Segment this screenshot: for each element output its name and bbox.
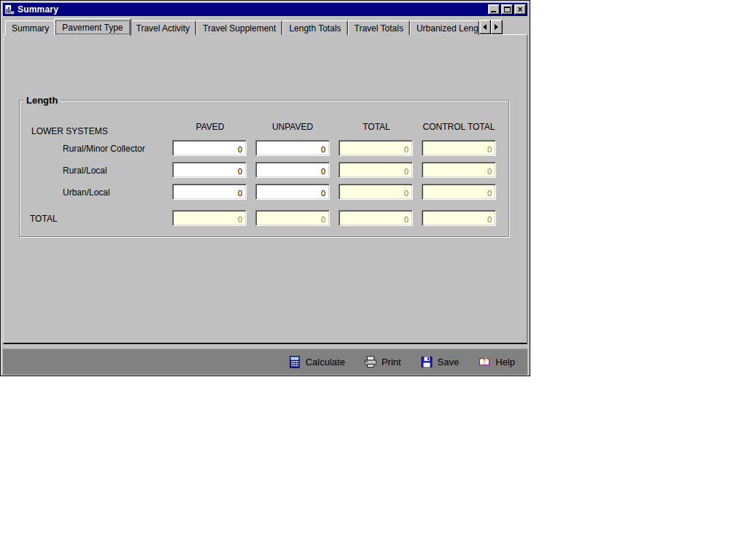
- save-button[interactable]: Save: [420, 356, 460, 368]
- print-label: Print: [382, 357, 401, 368]
- help-book-icon: [478, 356, 491, 368]
- tab-urbanized-length[interactable]: Urbanized Leng: [410, 20, 479, 35]
- tab-travel-totals[interactable]: Travel Totals: [348, 20, 410, 35]
- field-rural-minor-collector-control-total: [422, 140, 496, 156]
- calculate-button[interactable]: Calculate: [288, 356, 345, 368]
- field-total-control-total: [422, 210, 496, 226]
- titlebar[interactable]: Summary ×: [3, 3, 527, 16]
- field-total-paved: [172, 210, 247, 226]
- tab-scroll-left-button[interactable]: [479, 20, 491, 34]
- field-rural-minor-collector-total: [338, 140, 413, 156]
- tab-scrollers: [479, 20, 503, 34]
- maximize-button[interactable]: [501, 4, 513, 15]
- floppy-disk-icon: [420, 356, 433, 368]
- column-header-control-total: CONTROL TOTAL: [414, 122, 504, 132]
- column-header-total: TOTAL: [331, 122, 422, 132]
- row-group-header: LOWER SYSTEMS: [31, 126, 108, 136]
- minimize-button[interactable]: [488, 4, 500, 15]
- summary-window: Summary × Summary Pavement Type Travel A…: [0, 0, 530, 376]
- arrow-right-icon: [495, 24, 498, 30]
- row-label-rural-minor-collector: Rural/Minor Collector: [63, 144, 145, 154]
- close-button[interactable]: ×: [514, 4, 526, 15]
- close-icon: ×: [517, 6, 522, 13]
- tab-length-totals[interactable]: Length Totals: [282, 20, 347, 35]
- window-title: Summary: [18, 4, 58, 15]
- row-label-urban-local: Urban/Local: [63, 187, 110, 198]
- field-rural-local-control-total: [422, 162, 496, 178]
- tab-travel-supplement[interactable]: Travel Supplement: [196, 20, 282, 35]
- field-rural-minor-collector-unpaved[interactable]: [255, 140, 330, 156]
- tab-travel-activity[interactable]: Travel Activity: [130, 20, 197, 35]
- field-urban-local-paved[interactable]: [172, 184, 247, 200]
- bottom-toolbar: Calculate Print Save: [3, 349, 527, 375]
- field-urban-local-unpaved[interactable]: [255, 184, 330, 200]
- field-rural-minor-collector-paved[interactable]: [172, 140, 247, 156]
- row-label-rural-local: Rural/Local: [63, 166, 107, 176]
- field-rural-local-unpaved[interactable]: [255, 162, 330, 178]
- app-icon: [4, 4, 15, 15]
- tab-bar: Summary Pavement Type Travel Activity Tr…: [3, 18, 527, 35]
- save-label: Save: [438, 357, 460, 368]
- minimize-icon: [491, 11, 496, 12]
- tab-scroll-right-button[interactable]: [491, 20, 503, 34]
- tab-summary[interactable]: Summary: [5, 20, 55, 35]
- groupbox-title: Length: [23, 95, 61, 106]
- print-button[interactable]: Print: [364, 356, 401, 368]
- maximize-icon: [504, 7, 511, 12]
- field-urban-local-control-total: [422, 184, 496, 200]
- column-header-paved: PAVED: [165, 122, 255, 132]
- column-header-unpaved: UNPAVED: [247, 122, 338, 132]
- field-total-unpaved: [255, 210, 330, 226]
- row-label-total: TOTAL: [30, 214, 58, 224]
- calculator-icon: [288, 356, 301, 368]
- tab-pavement-type[interactable]: Pavement Type: [54, 18, 131, 36]
- field-rural-local-paved[interactable]: [172, 162, 247, 178]
- arrow-left-icon: [483, 24, 487, 30]
- field-total-total: [338, 210, 413, 226]
- printer-icon: [364, 356, 377, 368]
- help-label: Help: [495, 357, 515, 368]
- field-urban-local-total: [338, 184, 413, 200]
- calculate-label: Calculate: [306, 357, 345, 368]
- window-controls: ×: [488, 4, 526, 15]
- help-button[interactable]: Help: [478, 356, 515, 368]
- field-rural-local-total: [338, 162, 413, 178]
